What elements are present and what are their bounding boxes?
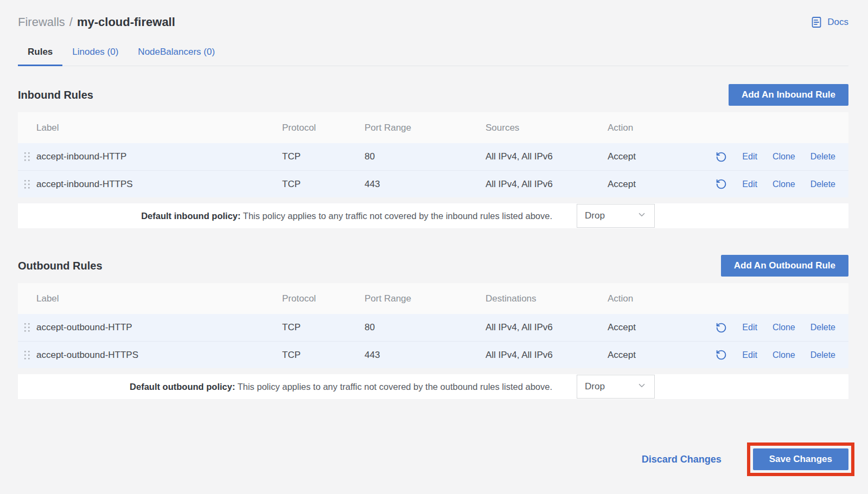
annotation-highlight-box: Save Changes xyxy=(747,442,854,476)
rule-label: accept-outbound-HTTP xyxy=(36,322,282,333)
default-inbound-policy-label: Default inbound policy: xyxy=(141,211,240,221)
docs-link[interactable]: Docs xyxy=(810,16,848,29)
breadcrumb-separator: / xyxy=(69,15,73,29)
rule-sources: All IPv4, All IPv6 xyxy=(486,179,608,190)
outbound-col-destinations: Destinations xyxy=(486,293,608,304)
delete-link[interactable]: Delete xyxy=(810,350,835,360)
table-row-outbound-https: accept-outbound-HTTPS TCP 443 All IPv4, … xyxy=(18,341,848,368)
inbound-col-action: Action xyxy=(608,123,700,133)
edit-link[interactable]: Edit xyxy=(742,323,757,332)
discard-changes-link[interactable]: Discard Changes xyxy=(642,454,722,465)
table-row-outbound-http: accept-outbound-HTTP TCP 80 All IPv4, Al… xyxy=(18,314,848,341)
rule-destinations: All IPv4, All IPv6 xyxy=(486,322,608,333)
inbound-rules-section: Inbound Rules Add An Inbound Rule Label … xyxy=(18,84,848,228)
table-row-inbound-http: accept-inbound-HTTP TCP 80 All IPv4, All… xyxy=(18,143,848,170)
tab-nodebalancers[interactable]: NodeBalancers (0) xyxy=(128,42,225,66)
default-outbound-policy-select[interactable]: Drop xyxy=(577,375,655,399)
default-outbound-policy-description: This policy applies to any traffic not c… xyxy=(238,382,552,392)
outbound-rules-section: Outbound Rules Add An Outbound Rule Labe… xyxy=(18,255,848,399)
rule-destinations: All IPv4, All IPv6 xyxy=(486,350,608,361)
default-inbound-policy-row: Default inbound policy: This policy appl… xyxy=(18,203,848,228)
rule-port-range: 80 xyxy=(365,151,486,162)
inbound-col-port-range: Port Range xyxy=(365,123,486,133)
drag-handle-icon[interactable] xyxy=(18,152,36,162)
default-inbound-policy-value: Drop xyxy=(585,210,605,221)
tab-rules[interactable]: Rules xyxy=(18,42,62,66)
rule-label: accept-outbound-HTTPS xyxy=(36,350,282,361)
clone-link[interactable]: Clone xyxy=(773,350,795,360)
default-outbound-policy-value: Drop xyxy=(585,381,605,392)
table-row-inbound-https: accept-inbound-HTTPS TCP 443 All IPv4, A… xyxy=(18,170,848,197)
delete-link[interactable]: Delete xyxy=(810,179,835,189)
edit-link[interactable]: Edit xyxy=(742,152,757,162)
outbound-rules-title: Outbound Rules xyxy=(18,260,103,272)
breadcrumb-current-firewall: my-cloud-firewall xyxy=(77,15,175,29)
inbound-table-header: Label Protocol Port Range Sources Action xyxy=(18,112,848,143)
default-inbound-policy-select[interactable]: Drop xyxy=(577,204,655,228)
rule-protocol: TCP xyxy=(282,350,365,361)
rule-action: Accept xyxy=(608,151,700,162)
top-bar: Firewalls / my-cloud-firewall Docs xyxy=(18,15,848,29)
rule-sources: All IPv4, All IPv6 xyxy=(486,151,608,162)
rule-action: Accept xyxy=(608,350,700,361)
inbound-col-protocol: Protocol xyxy=(282,123,365,133)
tab-linodes[interactable]: Linodes (0) xyxy=(62,42,128,66)
outbound-col-label: Label xyxy=(36,293,282,304)
inbound-col-label: Label xyxy=(36,123,282,133)
outbound-col-action: Action xyxy=(608,293,700,304)
drag-handle-icon[interactable] xyxy=(18,350,36,360)
rule-port-range: 80 xyxy=(365,322,486,333)
drag-handle-icon[interactable] xyxy=(18,323,36,332)
undo-icon[interactable] xyxy=(716,322,727,333)
add-outbound-rule-button[interactable]: Add An Outbound Rule xyxy=(721,255,848,277)
default-outbound-policy-label: Default outbound policy: xyxy=(130,382,235,392)
undo-icon[interactable] xyxy=(716,151,727,163)
rule-port-range: 443 xyxy=(365,350,486,361)
default-outbound-policy-row: Default outbound policy: This policy app… xyxy=(18,374,848,399)
drag-handle-icon[interactable] xyxy=(18,179,36,189)
inbound-rules-title: Inbound Rules xyxy=(18,89,93,101)
undo-icon[interactable] xyxy=(716,178,727,190)
chevron-down-icon xyxy=(637,381,647,393)
outbound-table-header: Label Protocol Port Range Destinations A… xyxy=(18,283,848,314)
docs-label: Docs xyxy=(827,17,848,28)
rule-protocol: TCP xyxy=(282,322,365,333)
clone-link[interactable]: Clone xyxy=(773,323,795,332)
add-inbound-rule-button[interactable]: Add An Inbound Rule xyxy=(729,84,848,106)
default-inbound-policy-description: This policy applies to any traffic not c… xyxy=(243,211,552,221)
rule-label: accept-inbound-HTTP xyxy=(36,151,282,162)
rule-protocol: TCP xyxy=(282,179,365,190)
edit-link[interactable]: Edit xyxy=(742,179,757,189)
tab-bar: Rules Linodes (0) NodeBalancers (0) xyxy=(18,42,848,66)
outbound-col-port-range: Port Range xyxy=(365,293,486,304)
breadcrumb-firewalls-link[interactable]: Firewalls xyxy=(18,15,65,29)
outbound-col-protocol: Protocol xyxy=(282,293,365,304)
rule-action: Accept xyxy=(608,179,700,190)
breadcrumb: Firewalls / my-cloud-firewall xyxy=(18,15,175,29)
save-changes-button[interactable]: Save Changes xyxy=(753,448,848,470)
footer-actions: Discard Changes Save Changes xyxy=(18,442,848,476)
undo-icon[interactable] xyxy=(716,349,727,361)
rule-label: accept-inbound-HTTPS xyxy=(36,179,282,190)
delete-link[interactable]: Delete xyxy=(810,152,835,162)
chevron-down-icon xyxy=(637,210,647,222)
firewall-detail-page: Firewalls / my-cloud-firewall Docs Rules… xyxy=(0,15,868,476)
clone-link[interactable]: Clone xyxy=(773,179,795,189)
delete-link[interactable]: Delete xyxy=(810,323,835,332)
rule-protocol: TCP xyxy=(282,151,365,162)
inbound-col-sources: Sources xyxy=(486,123,608,133)
clone-link[interactable]: Clone xyxy=(773,152,795,162)
edit-link[interactable]: Edit xyxy=(742,350,757,360)
rule-port-range: 443 xyxy=(365,179,486,190)
docs-icon xyxy=(810,16,823,29)
rule-action: Accept xyxy=(608,322,700,333)
